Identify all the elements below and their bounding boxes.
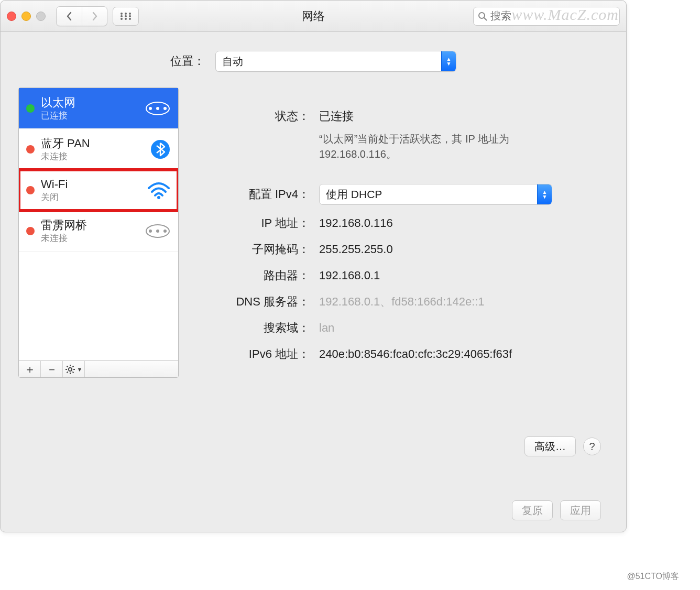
ipv6-label: IPv6 地址： <box>200 346 310 362</box>
service-name: 雷雳网桥 <box>41 218 87 233</box>
mask-label: 子网掩码： <box>200 242 310 257</box>
svg-point-4 <box>125 15 127 17</box>
svg-point-12 <box>149 107 152 110</box>
service-item-thunderbolt-bridge[interactable]: 雷雳网桥 未连接 <box>19 211 178 252</box>
router-label: 路由器： <box>200 268 310 283</box>
svg-line-26 <box>67 366 68 367</box>
service-status: 未连接 <box>41 233 87 244</box>
sidebar-toolbar: ＋ － ▼ <box>19 360 178 377</box>
forward-button[interactable] <box>82 7 107 26</box>
svg-point-8 <box>129 18 131 20</box>
service-name: 蓝牙 PAN <box>41 136 90 151</box>
svg-point-6 <box>121 18 123 20</box>
advanced-button[interactable]: 高级… <box>524 436 576 456</box>
traffic-lights <box>7 12 46 21</box>
svg-line-28 <box>67 372 68 373</box>
service-list: 以太网 已连接 蓝牙 PAN 未连接 <box>19 88 178 360</box>
svg-line-29 <box>72 366 73 367</box>
svg-point-5 <box>129 15 131 17</box>
searchdomain-label: 搜索域： <box>200 320 310 336</box>
svg-point-14 <box>163 107 167 110</box>
svg-point-1 <box>125 13 127 15</box>
svg-point-3 <box>121 15 123 17</box>
nav-segment <box>56 6 107 26</box>
service-actions-menu[interactable]: ▼ <box>63 361 85 377</box>
help-button[interactable]: ? <box>583 438 601 455</box>
status-dot-off-icon <box>26 186 35 194</box>
wifi-icon <box>147 181 171 200</box>
status-dot-connected-icon <box>26 104 35 113</box>
network-prefs-window: 网络 www.MacZ.com 位置： 自动 ▲▼ 以太网 已连接 <box>0 0 627 532</box>
ethernet-icon <box>145 100 171 117</box>
remove-service-button[interactable]: － <box>41 361 63 377</box>
dns-value: 192.168.0.1、fd58:166d:142e::1 <box>319 294 485 310</box>
ipv6-value: 240e:b0:8546:fca0:cfc:3c29:4065:f63f <box>319 347 512 361</box>
status-detail-text: “以太网”当前处于活跃状态，其 IP 地址为 192.168.0.116。 <box>319 132 571 162</box>
show-all-button[interactable] <box>113 7 139 26</box>
service-name: Wi-Fi <box>41 177 68 192</box>
svg-point-21 <box>68 367 71 370</box>
detail-pane: 状态： 已连接 “以太网”当前处于活跃状态，其 IP 地址为 192.168.0… <box>189 88 608 378</box>
apply-button[interactable]: 应用 <box>560 500 601 520</box>
router-value: 192.168.0.1 <box>319 269 380 282</box>
status-label: 状态： <box>200 108 310 124</box>
service-status: 关闭 <box>41 192 68 203</box>
location-row: 位置： 自动 ▲▼ <box>1 32 626 88</box>
status-dot-disconnected-icon <box>26 227 35 235</box>
status-dot-disconnected-icon <box>26 145 35 154</box>
svg-point-19 <box>156 230 159 233</box>
back-button[interactable] <box>57 7 82 26</box>
thunderbolt-bridge-icon <box>145 223 171 239</box>
service-sidebar: 以太网 已连接 蓝牙 PAN 未连接 <box>18 88 179 378</box>
svg-point-16 <box>157 196 160 199</box>
ipv4config-select[interactable]: 使用 DHCP ▲▼ <box>319 184 552 205</box>
service-status: 已连接 <box>41 110 75 121</box>
close-window-button[interactable] <box>7 12 16 21</box>
svg-line-10 <box>484 18 487 20</box>
titlebar: 网络 <box>1 1 626 32</box>
service-item-ethernet[interactable]: 以太网 已连接 <box>19 88 178 129</box>
location-value: 自动 <box>216 54 441 69</box>
zoom-window-button[interactable] <box>36 12 46 21</box>
svg-point-7 <box>125 18 127 20</box>
chevron-down-icon: ▼ <box>77 366 83 373</box>
svg-point-0 <box>121 13 123 15</box>
service-item-bluetooth-pan[interactable]: 蓝牙 PAN 未连接 <box>19 129 178 170</box>
svg-point-2 <box>129 13 131 15</box>
gear-icon <box>65 364 75 375</box>
service-name: 以太网 <box>41 95 75 110</box>
add-service-button[interactable]: ＋ <box>19 361 41 377</box>
search-input[interactable] <box>490 10 615 22</box>
svg-line-27 <box>72 372 73 373</box>
bluetooth-icon <box>150 139 171 160</box>
status-value: 已连接 <box>319 108 354 124</box>
dns-label: DNS 服务器： <box>200 294 310 310</box>
search-field[interactable] <box>473 7 620 26</box>
location-label: 位置： <box>170 53 205 69</box>
ip-value: 192.168.0.116 <box>319 216 393 230</box>
search-icon <box>478 12 487 21</box>
ip-label: IP 地址： <box>200 215 310 231</box>
mask-value: 255.255.255.0 <box>319 243 393 256</box>
ipv4config-value: 使用 DHCP <box>320 187 537 202</box>
select-stepper-icon: ▲▼ <box>537 184 552 204</box>
ipv4config-label: 配置 IPv4： <box>200 187 310 202</box>
minimize-window-button[interactable] <box>21 12 31 21</box>
select-stepper-icon: ▲▼ <box>441 51 456 71</box>
service-item-wifi[interactable]: Wi-Fi 关闭 <box>19 170 178 211</box>
attribution-text: @51CTO博客 <box>627 571 679 582</box>
service-status: 未连接 <box>41 151 90 162</box>
svg-point-13 <box>156 107 159 110</box>
svg-point-20 <box>163 230 167 233</box>
svg-point-18 <box>149 230 152 233</box>
revert-button[interactable]: 复原 <box>512 500 553 520</box>
searchdomain-value: lan <box>319 321 334 335</box>
location-select[interactable]: 自动 ▲▼ <box>215 51 456 72</box>
